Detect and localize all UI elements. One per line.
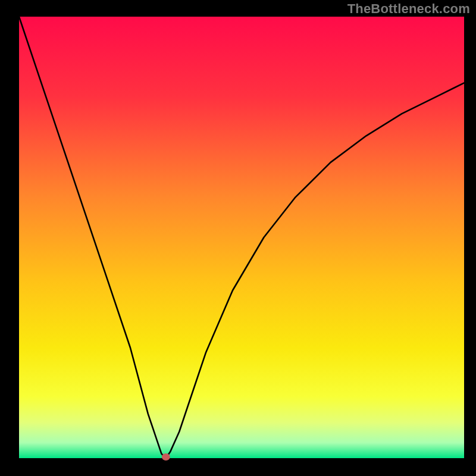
watermark-text: TheBottleneck.com (347, 1, 470, 17)
bottleneck-chart: TheBottleneck.com (0, 0, 476, 476)
chart-svg (0, 0, 476, 476)
plot-area (19, 17, 464, 461)
minimum-marker (162, 453, 170, 461)
svg-rect-0 (19, 17, 464, 458)
